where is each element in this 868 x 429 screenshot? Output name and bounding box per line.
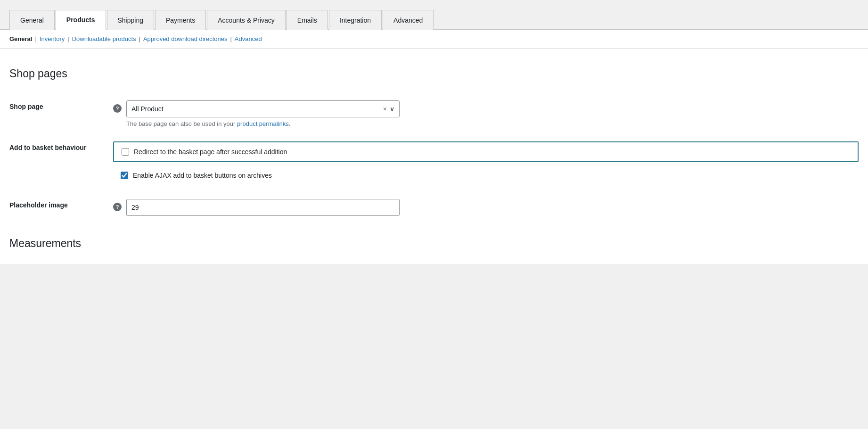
tab-navigation: GeneralProductsShippingPaymentsAccounts … [0,9,868,30]
measurements-title: Measurements [9,237,859,250]
placeholder-image-row: Placeholder image ? [9,192,859,223]
add-to-basket-checkbox-group: Redirect to the basket page after succes… [113,141,859,185]
tab-accounts-privacy[interactable]: Accounts & Privacy [207,10,286,30]
tab-products[interactable]: Products [56,10,106,30]
add-to-basket-label: Add to basket behaviour [9,144,86,151]
sub-nav-separator-2: | [67,35,69,42]
sub-nav-advanced[interactable]: Advanced [235,35,262,42]
shop-page-select[interactable]: All Product × ∨ [126,100,400,117]
tab-emails[interactable]: Emails [287,10,328,30]
tab-integration[interactable]: Integration [329,10,382,30]
sub-nav-separator-3: | [139,35,140,42]
sub-navigation: General | Inventory | Downloadable produ… [0,30,868,49]
checkbox-ajax-basket[interactable] [121,172,128,179]
page-wrapper: GeneralProductsShippingPaymentsAccounts … [0,0,868,264]
tab-general[interactable]: General [9,10,55,30]
tab-payments[interactable]: Payments [155,10,206,30]
placeholder-image-input[interactable] [126,199,400,216]
placeholder-image-help-icon[interactable]: ? [113,203,122,211]
shop-page-field-container: All Product × ∨ The base page can also b… [126,100,400,127]
shop-page-description: The base page can also be used in your p… [126,120,400,127]
content-area: Shop pages Shop page ? All Product [0,49,868,264]
sub-nav-separator-4: | [230,35,231,42]
checkbox-redirect-basket[interactable] [122,148,129,156]
shop-page-select-value: All Product [131,105,383,113]
shop-page-dropdown-icon[interactable]: ∨ [390,105,394,113]
settings-form: Shop page ? All Product × ∨ [9,93,859,223]
product-permalinks-link[interactable]: product permalinks [237,120,289,127]
placeholder-image-field-row: ? [113,199,859,216]
shop-page-desc-prefix: The base page can also be used in your [126,120,237,127]
shop-page-help-icon[interactable]: ? [113,104,122,113]
shop-pages-title: Shop pages [9,67,859,80]
sub-nav-general: General [9,35,32,42]
checkbox-label-ajax-basket[interactable]: Enable AJAX add to basket buttons on arc… [133,172,272,179]
tab-advanced[interactable]: Advanced [383,10,434,30]
sub-nav-inventory[interactable]: Inventory [40,35,65,42]
shop-page-row: Shop page ? All Product × ∨ [9,93,859,134]
tab-shipping[interactable]: Shipping [107,10,155,30]
shop-page-field-row: ? All Product × ∨ The base page can also… [113,100,859,127]
shop-page-desc-suffix: . [289,120,291,127]
checkbox-label-redirect-basket[interactable]: Redirect to the basket page after succes… [134,148,287,156]
checkbox-item-ajax-basket: Enable AJAX add to basket buttons on arc… [113,166,859,185]
add-to-basket-row: Add to basket behaviour Redirect to the … [9,134,859,192]
shop-page-clear-icon[interactable]: × [383,105,387,113]
sub-nav-approved-download-dirs[interactable]: Approved download directories [143,35,228,42]
checkbox-item-redirect-basket: Redirect to the basket page after succes… [113,141,859,162]
sub-nav-downloadable-products[interactable]: Downloadable products [72,35,136,42]
shop-page-label: Shop page [9,103,43,110]
sub-nav-separator-1: | [35,35,36,42]
placeholder-image-label: Placeholder image [9,201,68,209]
